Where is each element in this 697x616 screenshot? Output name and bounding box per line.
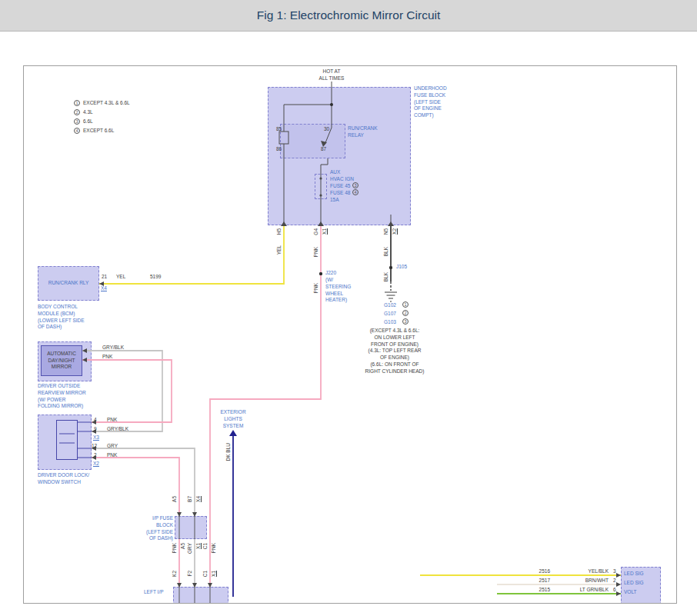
legend-num-3: 3 — [74, 118, 80, 125]
underhood-fuse-block-label: UNDERHOOD FUSE BLOCK (LEFT SIDE OF ENGIN… — [414, 85, 447, 119]
relay-pin-86: 86 — [276, 146, 282, 153]
door-wire-pnk-label: PNK — [107, 417, 117, 424]
wire-label-pnk-lower: PNK — [314, 283, 319, 293]
figure-title: Fig 1: Electrochromic Mirror Circuit — [257, 8, 441, 22]
legend-label-1: EXCEPT 4.3L & 6.6L — [83, 100, 130, 107]
connector-chevron-n5 — [388, 221, 394, 226]
junction-j105-label: J105 — [396, 264, 407, 271]
connector-chevron-g4 — [318, 221, 324, 226]
wire-label-pnk-upper: PNK — [314, 247, 319, 257]
relay-coil-symbol — [279, 132, 288, 144]
door-wire-gry-label: GRY — [107, 443, 118, 450]
fuse-amps-label: 15A — [330, 197, 339, 204]
connector-x2-label: X2 — [392, 228, 398, 235]
exterior-lights-arrow — [229, 430, 237, 436]
legend-label-3: 6.6L — [83, 118, 93, 125]
legend-label-4: EXCEPT 6.6L — [83, 128, 114, 135]
diagram-canvas: RUN/CRANK RLY AUTOMATIC DAY/NIGHT MIRROR — [23, 65, 677, 604]
ip-pin-c1-mid-label: C1 — [203, 543, 208, 549]
connector-chevron-volt — [616, 591, 621, 596]
ip-wire-pnk-label: PNK — [172, 543, 178, 553]
fuse-terminal-top — [319, 177, 322, 179]
mirror-wire-pnk-label: PNK — [102, 354, 112, 361]
exterior-lights-label: EXTERIOR LIGHTS SYSTEM — [213, 409, 253, 429]
connector-chevron-ip-a5 — [177, 512, 182, 517]
volt-label: VOLT — [624, 589, 637, 596]
mirror-caption: DRIVER OUTSIDE REARVIEW MIRROR (W/ POWER… — [38, 383, 86, 410]
mirror-wire-gry-blk-label: GRY/BLK — [102, 345, 124, 351]
led-sig-2-label: LED SIG — [624, 580, 644, 587]
fuse-45-label: FUSE 45 — [330, 183, 350, 190]
relay-pin-87: 87 — [321, 146, 326, 153]
relay-pin-30: 30 — [324, 126, 329, 133]
door-wire-gry-blk-label: GRY/BLK — [107, 426, 128, 433]
wire-pnk-mirror — [82, 360, 172, 422]
door-connector-x3-label: X3 — [93, 435, 99, 441]
door-wire-pnk2-label: PNK — [107, 452, 117, 459]
wire-label-blk-upper: BLK — [384, 247, 389, 256]
fuse-feed-wire — [321, 158, 328, 225]
fuse-terminal-bottom — [319, 194, 322, 196]
door-switch-caption: DRIVER DOOR LOCK/ WINDOW SWITCH — [38, 472, 89, 486]
hot-at-all-times-label: HOT AT ALL TIMES — [308, 68, 355, 82]
legend-label-2: 4.3L — [83, 109, 93, 116]
pin-6-label: 6 — [613, 587, 616, 594]
bcm-connector-x4-label: X4 — [101, 285, 107, 292]
junction-dot-feed — [330, 103, 333, 106]
legend-num-2: 2 — [74, 109, 80, 115]
connector-chevron-ip-f2 — [192, 583, 197, 588]
wire-label-blk-lower: BLK — [384, 272, 389, 281]
connector-chevron-led1 — [616, 573, 621, 578]
ground-g107-label: G107 — [384, 311, 396, 318]
wire-label-yel: YEL — [277, 245, 282, 255]
ip-upper-internal-wires — [179, 516, 195, 539]
wire-yel-blk-label: YEL/BLK — [562, 568, 609, 575]
connector-chevron-ip-c1 — [208, 583, 212, 588]
figure-title-bar: Fig 1: Electrochromic Mirror Circuit — [0, 0, 697, 32]
fuse-label-aux: AUX — [330, 169, 340, 176]
j220-dot — [319, 272, 322, 275]
ip-wire-pnk2-label: PNK — [212, 543, 217, 553]
wire-label-dk-blu: DK BLU — [226, 443, 232, 461]
connector-chevron-led2 — [616, 582, 621, 587]
wire-pnk-main — [210, 225, 321, 587]
connector-chevron-ip-b7 — [192, 512, 197, 517]
connector-chevron-h5 — [281, 221, 287, 226]
led-sig-1-label: LED SIG — [624, 571, 644, 578]
ground-g107-num: 2 — [402, 310, 409, 316]
relay-pin-85: 85 — [276, 126, 282, 133]
ip-pin-c1-label: C1 — [203, 571, 208, 577]
door-pin-2-label: 2 — [94, 452, 97, 459]
wire-brn-wht-label: BRN/WHT — [562, 578, 609, 584]
ground-g102-num: 1 — [402, 301, 409, 308]
connector-chevron-mirror-2 — [82, 358, 87, 362]
junction-j220-note: (W/ STEERING WHEEL HEATER) — [325, 277, 351, 304]
bcm-wire-yel-label: YEL — [116, 274, 125, 281]
ip-pin-a5-label: A5 — [172, 496, 178, 502]
door-connector-x2-label: X2 — [93, 461, 99, 468]
ground-location-caption: (EXCEPT 4.3L & 6.6L: ON LOWER LEFT FRONT… — [347, 328, 442, 375]
run-crank-relay-label: RUN/CRANK RELAY — [348, 125, 378, 139]
ip-pin-b7-label: B7 — [188, 496, 193, 502]
j105-dot — [389, 266, 392, 269]
circuit-2516-label: 2516 — [532, 568, 550, 575]
ground-symbol — [385, 292, 397, 301]
pin-h5-label: H5 — [277, 228, 282, 235]
bcm-caption: BODY CONTROL MODULE (BCM) (LOWER LEFT SI… — [38, 304, 85, 331]
fuse-label-hvac-ign: HVAC IGN — [330, 176, 354, 183]
ip-connector-x1-label: X1 — [196, 543, 202, 549]
fuse-45-variant-num: 3 — [352, 182, 359, 188]
legend-num-4: 4 — [74, 128, 80, 134]
ip-lower-internal-wires — [179, 587, 210, 604]
pin-2-label: 2 — [613, 578, 616, 584]
connector-chevron-mirror-1 — [82, 348, 87, 353]
junction-j220-label: J220 — [325, 270, 336, 277]
circuit-2515-label: 2515 — [532, 587, 550, 594]
ip-pin-f2-label: F2 — [188, 571, 193, 577]
door-pin-4-label: 4 — [94, 417, 97, 424]
ip-fuse-block-caption: I/P FUSE BLOCK (LEFT SIDE OF DASH) — [139, 515, 173, 542]
left-ip-caption: LEFT I/P — [144, 589, 164, 596]
connector-chevron-ip-k2 — [177, 583, 182, 588]
ground-g103-label: G103 — [384, 319, 396, 326]
pin-g4-label: G4 — [314, 228, 319, 235]
